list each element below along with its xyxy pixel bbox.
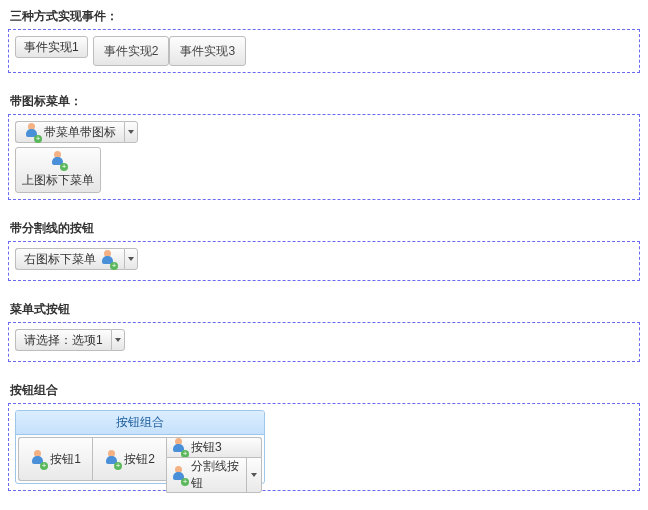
menu-with-icon-splitbutton[interactable]: 带菜单带图标 <box>15 121 138 143</box>
group-button-1-label: 按钮1 <box>50 451 81 468</box>
panel-split: 右图标下菜单 <box>8 241 640 281</box>
group-split-button[interactable]: 分割线按钮 <box>166 457 262 493</box>
right-icon-main[interactable]: 右图标下菜单 <box>15 248 124 270</box>
user-add-icon <box>50 151 66 170</box>
select-label: 请选择：选项1 <box>24 332 103 349</box>
group-split-dropdown[interactable] <box>246 458 257 492</box>
right-icon-label: 右图标下菜单 <box>24 251 96 268</box>
chevron-down-icon <box>115 338 121 342</box>
panel-menubtn: 请选择：选项1 <box>8 322 640 362</box>
menu-with-icon-dropdown[interactable] <box>124 121 138 143</box>
chevron-down-icon <box>251 473 257 477</box>
right-icon-splitbutton[interactable]: 右图标下菜单 <box>15 248 138 270</box>
group-button-3[interactable]: 按钮3 <box>166 437 262 457</box>
menu-with-icon-main[interactable]: 带菜单带图标 <box>15 121 124 143</box>
user-add-icon <box>171 466 187 485</box>
user-add-icon <box>104 450 120 469</box>
user-add-icon <box>30 450 46 469</box>
panel-group: 按钮组合 按钮1 按钮2 按钮3 分割线按钮 <box>8 403 640 491</box>
button-group-header: 按钮组合 <box>16 411 264 435</box>
right-icon-dropdown[interactable] <box>124 248 138 270</box>
group-button-1[interactable]: 按钮1 <box>18 437 92 481</box>
section-title-icon-menu: 带图标菜单： <box>10 93 640 110</box>
chevron-down-icon <box>128 257 134 261</box>
section-title-split: 带分割线的按钮 <box>10 220 640 237</box>
event-impl-2-button[interactable]: 事件实现2 <box>93 36 170 66</box>
group-button-2[interactable]: 按钮2 <box>92 437 166 481</box>
button-group-body: 按钮1 按钮2 按钮3 分割线按钮 <box>16 435 264 483</box>
icon-top-menu-button[interactable]: 上图标下菜单 <box>15 147 101 193</box>
button-group-panel: 按钮组合 按钮1 按钮2 按钮3 分割线按钮 <box>15 410 265 484</box>
group-right-column: 按钮3 分割线按钮 <box>166 437 262 481</box>
select-dropdown[interactable] <box>111 329 125 351</box>
group-button-2-label: 按钮2 <box>124 451 155 468</box>
icon-top-menu-label: 上图标下菜单 <box>22 172 94 189</box>
section-title-events: 三种方式实现事件： <box>10 8 640 25</box>
user-add-icon <box>171 438 187 457</box>
section-title-group: 按钮组合 <box>10 382 640 399</box>
group-button-3-label: 按钮3 <box>191 439 222 456</box>
chevron-down-icon <box>128 130 134 134</box>
event-impl-3-button[interactable]: 事件实现3 <box>169 36 246 66</box>
event-impl-1-button[interactable]: 事件实现1 <box>15 36 88 58</box>
user-add-icon <box>100 250 116 269</box>
group-split-button-label: 分割线按钮 <box>191 458 246 492</box>
panel-icon-menu: 带菜单带图标 上图标下菜单 <box>8 114 640 200</box>
user-add-icon <box>24 123 40 142</box>
section-title-menubtn: 菜单式按钮 <box>10 301 640 318</box>
panel-events: 事件实现1 事件实现2 事件实现3 <box>8 29 640 73</box>
select-splitbutton[interactable]: 请选择：选项1 <box>15 329 125 351</box>
select-main[interactable]: 请选择：选项1 <box>15 329 111 351</box>
menu-with-icon-label: 带菜单带图标 <box>44 124 116 141</box>
